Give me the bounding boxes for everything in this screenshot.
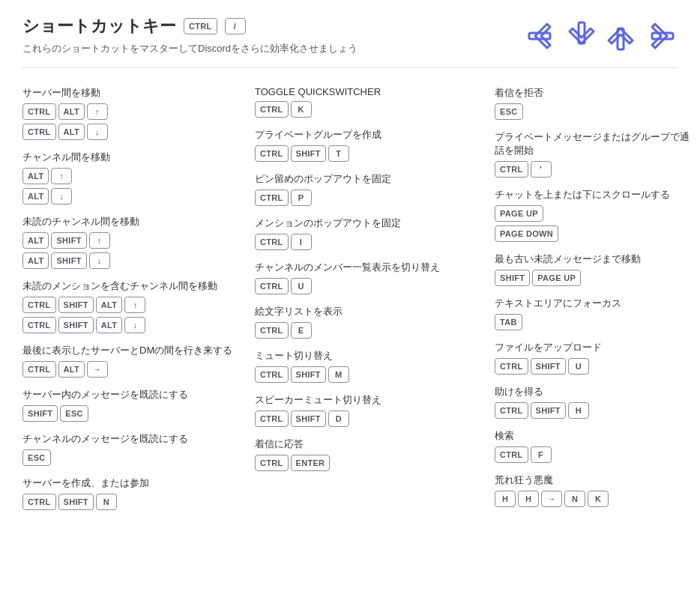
key-badge: PAGE UP [495,205,543,222]
section-title-1-5: 絵文字リストを表示 [255,305,483,318]
subtitle: これらのショートカットをマスターしてDiscordをさらに効率化させましょう [22,42,357,55]
section-0-2: 未読のチャンネル間を移動ALTSHIFT↑ALTSHIFT↓ [22,215,243,269]
key-group-1-5-0: CTRLE [255,322,483,339]
key-badge: SHIFT [51,252,86,269]
key-badge: CTRL [255,190,289,206]
header-badge-slash: / [225,18,246,34]
section-title-1-4: チャンネルのメンバー一覧表示を切り替え [255,261,483,274]
page: ショートカットキー CTRL / これらのショートカットをマスターしてDisco… [0,0,700,609]
section-title-1-6: ミュート切り替え [255,349,483,363]
key-badge: H [518,491,539,507]
section-title-1-0: TOGGLE QUICKSWITCHER [255,86,483,97]
key-badge: CTRL [495,402,528,419]
section-title-1-8: 着信に応答 [255,437,483,451]
section-title-0-0: サーバー間を移動 [22,86,243,100]
key-badge: ALT [96,297,122,313]
key-badge: ALT [58,361,85,378]
key-group-0-2-0: ALTSHIFT↑ [22,232,243,249]
title-row: ショートカットキー CTRL / [22,15,357,37]
key-group-1-4-0: CTRLU [255,278,483,294]
section-title-1-3: メンションのポップアウトを固定 [255,216,483,230]
section-2-8: 荒れ狂う悪魔HH→NK [495,473,693,507]
key-badge: CTRL [255,410,289,427]
arrow-icons [525,18,678,54]
key-group-0-0-0: CTRLALT↑ [22,103,243,120]
key-group-0-7-0: CTRLSHIFTN [22,494,243,510]
key-badge: K [291,101,312,118]
left-arrow-icon [525,18,561,54]
section-title-0-1: チャンネル間を移動 [22,151,243,164]
key-badge: D [328,410,349,427]
key-group-2-0-0: ESC [495,103,693,120]
key-group-1-1-0: CTRLSHIFTT [255,145,483,162]
section-2-5: ファイルをアップロードCTRLSHIFTU [495,341,693,375]
key-badge: CTRL [255,101,289,118]
section-0-5: サーバー内のメッセージを既読にするSHIFTESC [22,388,243,422]
key-group-0-5-0: SHIFTESC [22,405,243,422]
key-badge: ↓ [89,252,110,269]
section-0-1: チャンネル間を移動ALT↑ALT↓ [22,151,243,204]
key-badge: SHIFT [22,405,58,422]
key-badge: ALT [58,124,85,140]
key-badge: SHIFT [291,145,326,162]
key-badge: CTRL [22,297,56,313]
key-badge: ESC [22,449,51,466]
key-badge: U [568,358,589,375]
section-1-7: スピーカーミュート切り替えCTRLSHIFTD [255,393,483,427]
key-badge: ESC [60,405,88,422]
svg-rect-7 [652,33,673,39]
section-0-0: サーバー間を移動CTRLALT↑CTRLALT↓ [22,86,243,140]
key-badge: ' [531,161,552,178]
key-badge: CTRL [495,358,528,375]
key-badge: CTRL [255,234,289,250]
key-badge: ↑ [124,297,145,313]
header-left: ショートカットキー CTRL / これらのショートカットをマスターしてDisco… [22,15,357,55]
key-badge: SHIFT [531,358,566,375]
key-group-2-1-0: CTRL' [495,161,693,178]
key-badge: K [588,491,609,507]
key-badge: CTRL [255,322,289,339]
key-badge: CTRL [22,124,56,140]
key-badge: H [568,402,589,419]
key-badge: ALT [58,103,85,120]
key-badge: CTRL [22,103,56,120]
section-title-2-8: 荒れ狂う悪魔 [495,473,693,487]
key-badge: ↑ [87,103,108,120]
section-2-6: 助けを得るCTRLSHIFTH [495,385,693,419]
key-badge: CTRL [255,145,289,162]
section-1-6: ミュート切り替えCTRLSHIFTM [255,349,483,383]
section-title-2-5: ファイルをアップロード [495,341,693,354]
header-badge-ctrl: CTRL [184,18,217,34]
key-group-0-3-0: CTRLSHIFTALT↑ [22,297,243,313]
key-badge: ALT [22,252,49,269]
svg-rect-5 [618,28,624,49]
key-badge: ENTER [291,455,331,471]
key-group-2-4-0: TAB [495,314,693,330]
key-group-2-2-0: PAGE UP [495,205,693,222]
columns: サーバー間を移動CTRLALT↑CTRLALT↓チャンネル間を移動ALT↑ALT… [22,86,678,521]
right-arrow-icon [642,18,678,54]
key-badge: U [291,278,312,294]
key-badge: SHIFT [58,317,94,333]
section-1-4: チャンネルのメンバー一覧表示を切り替えCTRLU [255,261,483,294]
key-group-1-7-0: CTRLSHIFTD [255,410,483,427]
section-title-1-1: プライベートグループを作成 [255,128,483,142]
section-1-3: メンションのポップアウトを固定CTRLI [255,216,483,250]
key-group-0-3-1: CTRLSHIFTALT↓ [22,317,243,333]
page-title: ショートカットキー [22,15,176,37]
section-title-0-2: 未読のチャンネル間を移動 [22,215,243,228]
key-badge: ESC [495,103,523,120]
key-badge: CTRL [22,361,56,378]
key-badge: → [541,491,562,507]
key-badge: ↓ [124,317,145,333]
section-title-0-3: 未読のメンションを含むチャンネル間を移動 [22,279,243,293]
key-badge: E [291,322,312,339]
key-badge: ↑ [51,168,72,184]
key-badge: CTRL [495,446,528,463]
key-badge: PAGE DOWN [495,225,558,242]
section-0-4: 最後に表示したサーバーとDMの間を行き来するCTRLALT→ [22,344,243,378]
column-1: TOGGLE QUICKSWITCHERCTRLKプライベートグループを作成CT… [255,86,495,521]
section-1-2: ピン留めのポップアウトを固定CTRLP [255,172,483,206]
key-badge: M [328,366,349,383]
key-badge: CTRL [255,278,289,294]
